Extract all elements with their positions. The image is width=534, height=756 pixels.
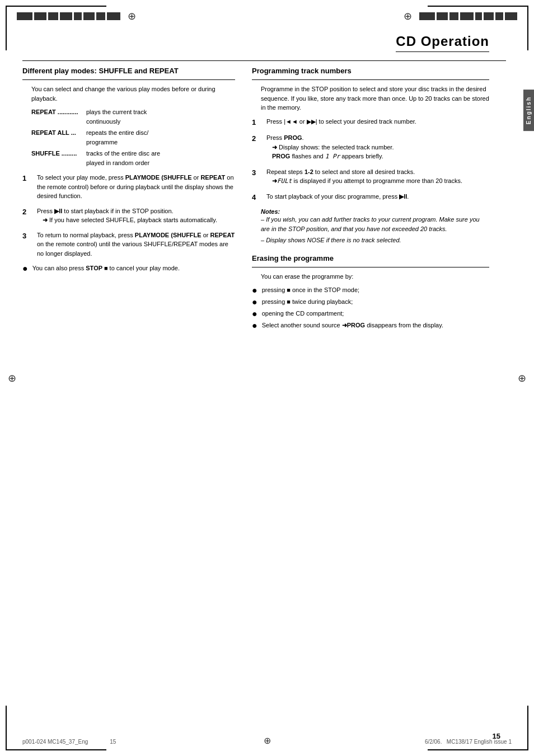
bullet-text-stop: You can also press STOP ■ to cancel your… — [32, 264, 235, 273]
english-tab: English — [523, 90, 534, 131]
erase-bullet-text-4: Select another sound source ➜PROG disapp… — [262, 321, 489, 330]
feature-key-repeat: REPEAT ............ — [31, 107, 82, 126]
crosshair-footer-icon: ⊕ — [264, 736, 271, 745]
left-intro: You can select and change the various pl… — [31, 84, 235, 103]
left-step-1: 1 To select your play mode, press PLAYMO… — [22, 173, 235, 201]
right-step-content-3: Repeat steps 1-2 to select and store all… — [266, 167, 489, 186]
erase-heading-divider — [252, 267, 489, 267]
erase-section: Erasing the programme You can erase the … — [252, 254, 489, 331]
right-step-content-4: To start playback of your disc programme… — [266, 192, 489, 203]
erase-intro: You can erase the programme by: — [261, 272, 489, 281]
notes-text-1: – If you wish, you can add further track… — [261, 215, 489, 233]
erase-bullet-text-3: opening the CD compartment; — [262, 309, 489, 318]
erase-arrow-note: ➜PROG disappears from the display. — [342, 322, 443, 328]
left-bullet-stop: ● You can also press STOP ■ to cancel yo… — [22, 264, 235, 273]
section-prog-heading: Programming track numbers — [252, 67, 489, 75]
left-step-2: 2 Press ▶II to start playback if in the … — [22, 206, 235, 225]
step2-arrow1: ➜ Display shows: the selected track numb… — [266, 143, 489, 152]
col-right: Programming track numbers Programme in t… — [252, 67, 506, 332]
prog-label2: PROG — [347, 322, 365, 328]
crosshair-side-right: ⊕ — [518, 372, 526, 384]
erase-bullet-text-2: pressing ■ twice during playback; — [262, 297, 489, 307]
crosshair-icon-left: ⊕ — [128, 10, 136, 22]
right-step-num-3: 3 — [252, 167, 261, 186]
left-heading-divider — [22, 79, 235, 80]
bold-repeat: REPEAT — [200, 174, 225, 181]
step-content-1: To select your play mode, press PLAYMODE… — [37, 173, 235, 201]
bold-stop: STOP ■ — [86, 265, 107, 271]
two-col-layout: Different play modes: SHUFFLE and REPEAT… — [22, 67, 506, 332]
step-content-2: Press ▶II to start playback if in the ST… — [37, 206, 235, 225]
notes-section: Notes: – If you wish, you can add furthe… — [261, 208, 489, 245]
erase-bullet-dot-3: ● — [252, 309, 257, 318]
bullet-dot-left: ● — [22, 264, 28, 273]
footer-left-file: p001-024 MC145_37_Eng — [22, 739, 88, 745]
step2-arrow-note: ➜ If you have selected SHUFFLE, playback… — [37, 215, 235, 225]
erase-bullet-4: ● Select another sound source ➜PROG disa… — [252, 321, 489, 330]
bold-1-2: 1-2 — [305, 168, 313, 175]
prog-display: 1 Pr — [325, 153, 340, 160]
feature-item-repeat-all: REPEAT ALL ... repeats the entire disc/p… — [31, 128, 235, 147]
prog-heading-divider — [252, 79, 489, 80]
right-step-content-2: Press PROG. ➜ Display shows: the selecte… — [266, 133, 489, 162]
prog-label: PROG — [272, 153, 290, 159]
right-step-2: 2 Press PROG. ➜ Display shows: the selec… — [252, 133, 489, 162]
page-title-area: CD Operation — [396, 34, 489, 52]
full-display: FULt — [277, 177, 292, 185]
bold-prog: PROG — [284, 134, 302, 141]
bold-play-pause: ▶II — [54, 208, 62, 214]
bold-repeat2: REPEAT — [210, 232, 235, 238]
footer-left: p001-024 MC145_37_Eng 15 — [22, 739, 116, 745]
feature-desc-shuffle: tracks of the entire disc areplayed in r… — [86, 149, 160, 167]
step-num-1: 1 — [22, 173, 31, 201]
footer-right-info: MC138/17 English issue 1 — [447, 739, 512, 745]
step-content-3: To return to normal playback, press PLAY… — [37, 231, 235, 259]
right-step-1: 1 Press |◄◄ or ▶▶| to select your desire… — [252, 117, 489, 128]
feature-desc-repeat-all: repeats the entire disc/programme — [86, 128, 148, 147]
crosshair-side-left: ⊕ — [8, 372, 16, 384]
feature-item-repeat: REPEAT ............ plays the current tr… — [31, 107, 235, 126]
erase-bullet-3: ● opening the CD compartment; — [252, 309, 489, 318]
right-step-content-1: Press |◄◄ or ▶▶| to select your desired … — [266, 117, 489, 128]
erase-bullet-dot-2: ● — [252, 298, 257, 307]
notes-text-2: – Display shows NOSE if there is no trac… — [261, 236, 489, 245]
erase-bullet-2: ● pressing ■ twice during playback; — [252, 297, 489, 307]
footer-right-date: 6/2/06. — [425, 739, 442, 745]
deco-bar-left: ⊕ — [17, 10, 136, 22]
page-title: CD Operation — [396, 34, 489, 49]
right-step-num-4: 4 — [252, 192, 261, 203]
notes-title: Notes: — [261, 208, 489, 215]
step3-arrow1: ➜FULt is displayed if you attempt to pro… — [266, 176, 489, 186]
section-left-heading: Different play modes: SHUFFLE and REPEAT — [22, 67, 235, 75]
footer-right: 6/2/06. MC138/17 English issue 1 — [425, 739, 512, 745]
title-underline — [396, 51, 489, 52]
step-num-3: 3 — [22, 231, 31, 259]
bold-playmode2: PLAYMODE (SHUFFLE — [135, 232, 202, 238]
bold-playmode: PLAYMODE (SHUFFLE — [125, 174, 192, 181]
feature-key-repeat-all: REPEAT ALL ... — [31, 128, 82, 147]
top-divider — [22, 60, 506, 61]
footer-center: ⊕ — [264, 735, 271, 746]
erase-bullet-text-1: pressing ■ once in the STOP mode; — [262, 285, 489, 295]
right-step-num-1: 1 — [252, 117, 261, 128]
bold-play-pause2: ▶II — [399, 193, 407, 200]
right-step-4: 4 To start playback of your disc program… — [252, 192, 489, 203]
feature-item-shuffle: SHUFFLE ......... tracks of the entire d… — [31, 149, 235, 167]
erase-bullet-dot-4: ● — [252, 321, 257, 330]
deco-bar-right: ⊕ — [404, 10, 517, 22]
feature-desc-repeat: plays the current trackcontinuously — [86, 107, 147, 126]
crosshair-icon-right: ⊕ — [404, 10, 412, 22]
prog-intro: Programme in the STOP position to select… — [261, 84, 489, 112]
erase-heading: Erasing the programme — [252, 254, 489, 262]
step2-arrow2: PROG flashes and 1 Pr appears briefly. — [266, 152, 489, 162]
main-content: Different play modes: SHUFFLE and REPEAT… — [22, 56, 506, 722]
feature-list: REPEAT ............ plays the current tr… — [31, 107, 235, 167]
footer-left-page: 15 — [110, 739, 116, 745]
erase-bullet-dot-1: ● — [252, 286, 257, 295]
right-step-3: 3 Repeat steps 1-2 to select and store a… — [252, 167, 489, 186]
left-step-3: 3 To return to normal playback, press PL… — [22, 231, 235, 259]
feature-key-shuffle: SHUFFLE ......... — [31, 149, 82, 167]
right-step-num-2: 2 — [252, 133, 261, 162]
col-left: Different play modes: SHUFFLE and REPEAT… — [22, 67, 235, 332]
step-num-2: 2 — [22, 206, 31, 225]
